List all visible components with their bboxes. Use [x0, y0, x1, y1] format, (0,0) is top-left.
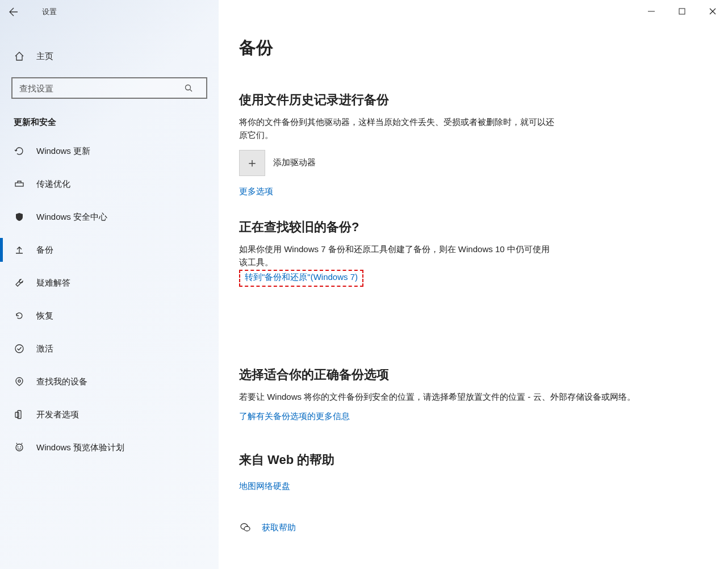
nav-item-insider[interactable]: Windows 预览体验计划: [0, 431, 219, 464]
search-input[interactable]: [12, 83, 185, 93]
svg-point-15: [244, 526, 250, 531]
developer-icon: [14, 409, 25, 420]
minimize-button[interactable]: [636, 0, 667, 23]
upload-icon: [14, 244, 25, 256]
back-button[interactable]: [0, 0, 27, 24]
nav-item-find-my-device[interactable]: 查找我的设备: [0, 365, 219, 398]
svg-point-13: [20, 446, 22, 447]
section-heading: 来自 Web 的帮助: [239, 451, 728, 468]
section-web-help: 来自 Web 的帮助 地图网络硬盘: [239, 451, 728, 492]
insider-icon: [14, 442, 25, 453]
add-drive-button[interactable]: ＋ 添加驱动器: [239, 150, 728, 176]
svg-point-12: [18, 446, 19, 447]
search-icon: [185, 84, 206, 93]
learn-more-link[interactable]: 了解有关备份选项的更多信息: [239, 411, 350, 422]
nav-home[interactable]: 主页: [0, 44, 219, 68]
svg-rect-1: [679, 9, 685, 14]
section-old-backup: 正在查找较旧的备份? 如果你使用 Windows 7 备份和还原工具创建了备份，…: [239, 219, 728, 287]
section-heading: 选择适合你的正确备份选项: [239, 366, 728, 383]
wrench-icon: [14, 277, 25, 288]
nav-item-troubleshoot[interactable]: 疑难解答: [0, 266, 219, 299]
nav-item-label: 传递优化: [36, 179, 70, 190]
window-controls: [636, 0, 728, 23]
nav-item-developer[interactable]: 开发者选项: [0, 398, 219, 431]
maximize-button[interactable]: [667, 0, 697, 23]
category-title: 更新和安全: [0, 106, 219, 135]
svg-point-8: [18, 380, 20, 382]
recovery-icon: [14, 310, 25, 321]
location-icon: [14, 376, 25, 387]
titlebar: 设置: [0, 0, 219, 24]
settings-window: 设置 主页 更: [0, 0, 728, 569]
refresh-icon: [14, 145, 25, 157]
nav-item-label: 查找我的设备: [36, 376, 87, 387]
section-description: 若要让 Windows 将你的文件备份到安全的位置，请选择希望放置文件的位置 -…: [239, 390, 728, 403]
nav-item-security[interactable]: Windows 安全中心: [0, 200, 219, 233]
svg-rect-10: [15, 412, 19, 417]
nav-item-label: Windows 安全中心: [36, 212, 107, 223]
nav-item-delivery-optimization[interactable]: 传递优化: [0, 168, 219, 200]
section-backup-options: 选择适合你的正确备份选项 若要让 Windows 将你的文件备份到安全的位置，请…: [239, 366, 728, 422]
sidebar: 设置 主页 更: [0, 0, 219, 569]
nav-item-label: 恢复: [36, 311, 53, 321]
home-icon: [14, 51, 25, 62]
section-description: 将你的文件备份到其他驱动器，这样当原始文件丢失、受损或者被删除时，就可以还原它们…: [239, 115, 557, 142]
get-help-row[interactable]: 获取帮助: [239, 521, 728, 534]
chat-help-icon: [239, 521, 252, 534]
highlighted-link-box: 转到"备份和还原"(Windows 7): [239, 270, 363, 287]
page-title: 备份: [239, 36, 728, 60]
nav-item-label: 激活: [36, 344, 53, 354]
svg-point-11: [16, 444, 23, 451]
minimize-icon: [648, 8, 655, 15]
nav-item-recovery[interactable]: 恢复: [0, 299, 219, 332]
svg-point-4: [186, 85, 191, 90]
close-icon: [709, 8, 716, 15]
backup-restore-win7-link[interactable]: 转到"备份和还原"(Windows 7): [245, 272, 358, 283]
section-heading: 使用文件历史记录进行备份: [239, 91, 728, 108]
svg-point-7: [15, 345, 23, 353]
nav-item-label: 开发者选项: [36, 409, 79, 420]
nav-item-activation[interactable]: 激活: [0, 332, 219, 365]
arrow-left-icon: [9, 7, 18, 16]
window-title: 设置: [42, 7, 57, 17]
shield-icon: [14, 211, 25, 223]
nav-home-label: 主页: [36, 51, 53, 62]
svg-line-5: [190, 89, 193, 91]
main-content: 备份 使用文件历史记录进行备份 将你的文件备份到其他驱动器，这样当原始文件丢失、…: [219, 0, 728, 569]
nav-item-label: 疑难解答: [36, 278, 70, 288]
plus-icon: ＋: [239, 150, 265, 176]
svg-rect-6: [15, 183, 23, 186]
map-network-drive-link[interactable]: 地图网络硬盘: [239, 481, 290, 492]
nav-item-backup[interactable]: 备份: [0, 233, 219, 266]
nav-item-windows-update[interactable]: Windows 更新: [0, 135, 219, 168]
section-description: 如果你使用 Windows 7 备份和还原工具创建了备份，则在 Windows …: [239, 242, 557, 269]
get-help-label: 获取帮助: [262, 522, 296, 533]
nav-item-label: 备份: [36, 245, 53, 256]
maximize-icon: [679, 8, 685, 15]
section-heading: 正在查找较旧的备份?: [239, 219, 728, 236]
nav-item-label: Windows 预览体验计划: [36, 442, 124, 453]
add-drive-label: 添加驱动器: [273, 157, 316, 168]
nav-item-label: Windows 更新: [36, 146, 90, 157]
search-box[interactable]: [11, 77, 207, 99]
delivery-icon: [14, 178, 25, 190]
close-button[interactable]: [697, 0, 728, 23]
section-file-history: 使用文件历史记录进行备份 将你的文件备份到其他驱动器，这样当原始文件丢失、受损或…: [239, 91, 728, 197]
check-circle-icon: [14, 343, 25, 354]
more-options-link[interactable]: 更多选项: [239, 186, 273, 197]
